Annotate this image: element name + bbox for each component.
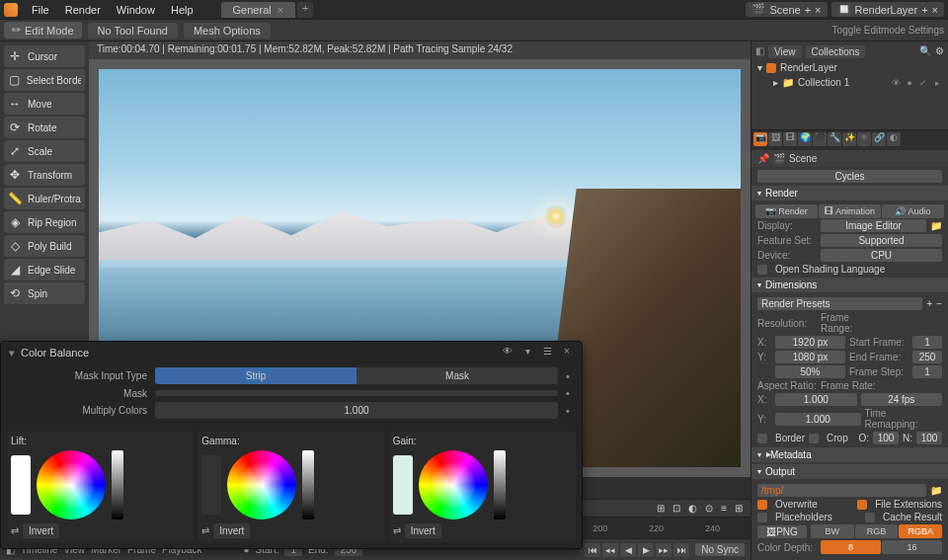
res-pct[interactable]: 50% <box>775 365 845 378</box>
value-slider[interactable] <box>112 450 123 520</box>
outliner[interactable]: ◧ View Collections 🔍 ⚙ ▾RenderLayer ▸📁Co… <box>751 41 948 130</box>
render-button[interactable]: 📷Render <box>755 204 818 218</box>
browse-icon[interactable]: 📁 <box>930 485 942 496</box>
prop-tab[interactable]: ⬛ <box>813 132 827 146</box>
display-selector[interactable]: Image Editor <box>821 219 926 232</box>
depth16-button[interactable]: 16 <box>882 540 942 554</box>
multiply-slider[interactable]: 1.000 <box>155 402 558 419</box>
swap-icon[interactable]: ⇄ <box>201 525 209 536</box>
mask-slider[interactable] <box>155 390 558 396</box>
cache-checkbox[interactable] <box>865 513 875 522</box>
prop-tab[interactable]: 🎞 <box>783 132 797 146</box>
search-icon[interactable]: 🔍 <box>919 45 931 58</box>
expand-icon[interactable]: ▾ <box>520 346 534 360</box>
aspect-x[interactable]: 1.000 <box>775 393 857 406</box>
prop-tab[interactable]: 🌍 <box>798 132 812 146</box>
mask-mask-button[interactable]: Mask <box>356 367 558 384</box>
prop-tab[interactable]: ◐ <box>887 132 901 146</box>
prop-tab[interactable]: 🔧 <box>828 132 841 146</box>
section-dimensions[interactable]: Dimensions <box>751 278 948 292</box>
swap-icon[interactable]: ⇄ <box>393 525 401 536</box>
mask-strip-button[interactable]: Strip <box>155 367 356 384</box>
start-frame[interactable]: 1 <box>912 336 942 349</box>
placeholders-checkbox[interactable] <box>757 513 767 522</box>
tool-transform[interactable]: ✥Transform <box>4 164 85 186</box>
value-slider[interactable] <box>494 450 506 520</box>
tool-ripregion[interactable]: ◈Rip Region <box>4 211 85 233</box>
value-slider[interactable] <box>302 450 314 520</box>
color-wheel[interactable] <box>37 450 106 520</box>
close-icon[interactable]: × <box>277 4 283 16</box>
fileext-checkbox[interactable] <box>857 500 867 510</box>
menu-help[interactable]: Help <box>163 2 201 18</box>
device-selector[interactable]: CPU <box>821 249 942 262</box>
menu-file[interactable]: File <box>24 2 57 18</box>
menu-icon[interactable]: ☰ <box>540 346 554 360</box>
tool-edgeslide[interactable]: ◢Edge Slide <box>4 259 85 280</box>
play-icon[interactable]: ▶ <box>638 543 654 557</box>
swatch[interactable] <box>393 455 413 515</box>
aspect-y[interactable]: 1.000 <box>775 413 861 426</box>
engine-selector[interactable]: Cycles <box>757 170 942 183</box>
section-render[interactable]: Render <box>751 186 948 200</box>
invert-button[interactable]: Invert <box>405 523 441 538</box>
rgb-button[interactable]: RGB <box>855 524 899 538</box>
tool-rulerprotrac[interactable]: 📏Ruler/Protrac... <box>4 188 85 209</box>
border-checkbox[interactable] <box>757 434 767 443</box>
outliner-row[interactable]: ▸📁Collection 1👁●✓▸ <box>753 75 946 90</box>
renderlayer-selector[interactable]: 🔲RenderLayer+× <box>831 2 944 17</box>
invert-button[interactable]: Invert <box>23 523 59 538</box>
crop-checkbox[interactable] <box>809 434 819 443</box>
toggle-editmode[interactable]: Toggle Editmode Settings <box>832 25 944 36</box>
mesh-options[interactable]: Mesh Options <box>184 23 271 39</box>
overwrite-checkbox[interactable] <box>757 500 767 510</box>
eye-icon[interactable]: 👁 <box>501 346 514 360</box>
outliner-tab-collections[interactable]: Collections <box>806 45 866 58</box>
section-metadata[interactable]: ▾Metadata <box>751 447 948 462</box>
res-y[interactable]: 1080 px <box>775 351 845 363</box>
render-presets[interactable]: Render Presets <box>757 297 922 310</box>
tool-cursor[interactable]: ✛Cursor <box>4 45 85 67</box>
tool-polybuild[interactable]: ◇Poly Build <box>4 235 85 257</box>
tool-move[interactable]: ↔Move <box>4 93 85 115</box>
end-frame[interactable]: 250 <box>912 351 942 363</box>
mode-selector[interactable]: ✏Edit Mode <box>4 22 82 39</box>
remap-o[interactable]: 100 <box>873 432 899 444</box>
jump-end-icon[interactable]: ⏭ <box>673 543 689 557</box>
close-icon[interactable]: × <box>560 346 574 360</box>
remap-n[interactable]: 100 <box>916 432 942 444</box>
prop-tab[interactable]: ⚛ <box>857 132 871 146</box>
frame-step[interactable]: 1 <box>912 365 942 378</box>
feature-selector[interactable]: Supported <box>821 234 942 247</box>
filter-icon[interactable]: ⚙ <box>935 45 944 58</box>
section-output[interactable]: Output <box>751 464 948 479</box>
prop-tab[interactable]: ✨ <box>842 132 856 146</box>
bw-button[interactable]: BW <box>811 524 854 538</box>
rgba-button[interactable]: RGBA <box>899 524 942 538</box>
color-wheel[interactable] <box>419 450 488 520</box>
outliner-tab-view[interactable]: View <box>768 45 802 58</box>
invert-button[interactable]: Invert <box>213 523 250 538</box>
osl-checkbox[interactable] <box>757 265 767 275</box>
res-x[interactable]: 1920 px <box>775 336 845 349</box>
animation-button[interactable]: 🎞Animation <box>819 204 881 218</box>
menu-window[interactable]: Window <box>109 2 163 18</box>
prop-tab[interactable]: 🖼 <box>768 132 782 146</box>
swatch[interactable] <box>11 455 31 515</box>
depth8-button[interactable]: 8 <box>821 540 881 554</box>
keyframe-prev-icon[interactable]: ◂◂ <box>602 543 618 557</box>
swap-icon[interactable]: ⇄ <box>11 525 19 536</box>
output-path[interactable]: /tmp/ <box>757 484 926 497</box>
tool-spin[interactable]: ⟲Spin <box>4 282 85 304</box>
tab-general[interactable]: General× <box>221 2 296 18</box>
outliner-row[interactable]: ▾RenderLayer <box>753 60 946 75</box>
add-tab-button[interactable]: + <box>297 2 313 18</box>
tool-selectborder[interactable]: ▢Select Border <box>4 69 85 91</box>
pin-icon[interactable]: 📌 <box>757 153 769 164</box>
prop-tab[interactable]: 🔗 <box>872 132 886 146</box>
color-wheel[interactable] <box>227 450 296 520</box>
play-reverse-icon[interactable]: ◀ <box>620 543 636 557</box>
keyframe-next-icon[interactable]: ▸▸ <box>656 543 672 557</box>
audio-button[interactable]: 🔊Audio <box>882 204 944 218</box>
jump-start-icon[interactable]: ⏮ <box>585 543 600 557</box>
